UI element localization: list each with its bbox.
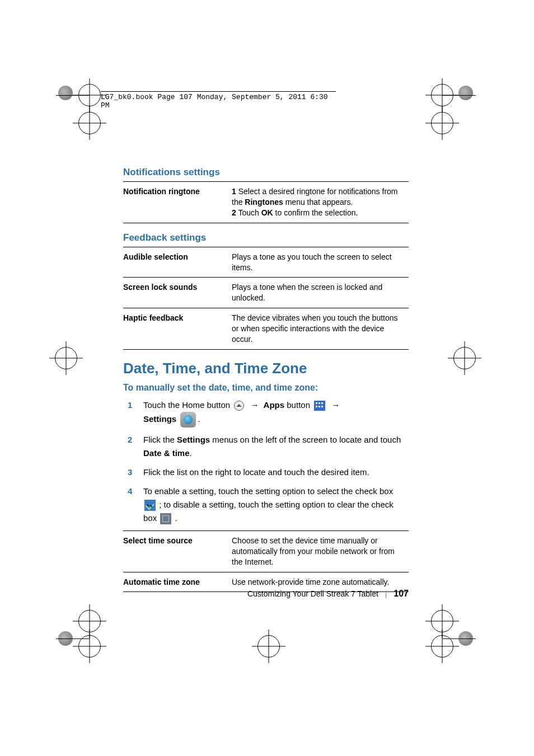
table-row: Notification ringtone 1 Select a desired… xyxy=(123,182,409,223)
text: . xyxy=(190,448,192,458)
footer-separator: | xyxy=(385,589,387,598)
registration-mark-icon xyxy=(73,630,106,663)
list-item: 4 To enable a setting, touch the setting… xyxy=(123,485,409,525)
checkbox-empty-icon xyxy=(160,513,171,524)
text: Touch xyxy=(236,208,261,217)
settings-icon xyxy=(180,412,196,428)
registration-mark-icon xyxy=(49,341,83,375)
crop-line xyxy=(442,638,476,639)
section-heading-notifications: Notifications settings xyxy=(123,167,409,178)
arrow-right-icon: → xyxy=(250,398,259,412)
feedback-table: Audible selection Plays a tone as you to… xyxy=(123,247,409,350)
list-item: 3 Flick the list on the right to locate … xyxy=(123,466,409,479)
text: menus on the left of the screen to locat… xyxy=(210,435,401,444)
text: to confirm the selection. xyxy=(273,208,358,217)
text: . xyxy=(198,414,200,424)
registration-mark-icon xyxy=(448,341,481,375)
row-label: Screen lock sounds xyxy=(123,278,232,308)
table-row: Audible selection Plays a tone as you to… xyxy=(123,247,409,278)
text: Touch the Home button xyxy=(143,400,232,410)
registration-mark-icon xyxy=(425,630,459,663)
row-desc: 1 Select a desired ringtone for notifica… xyxy=(232,182,409,223)
footer-section: Customizing Your Dell Streak 7 Tablet xyxy=(247,589,378,598)
text: Flick the xyxy=(143,435,177,444)
registration-mark-icon xyxy=(425,106,459,140)
row-label: Select time source xyxy=(123,530,232,572)
row-desc: Choose to set the device time manually o… xyxy=(232,530,409,572)
table-row: Screen lock sounds Plays a tone when the… xyxy=(123,278,409,308)
text: menu that appears. xyxy=(283,198,353,206)
step-number: 4 xyxy=(128,485,132,498)
page-number: 107 xyxy=(394,589,409,598)
step-number: 2 xyxy=(232,208,236,217)
section-heading-feedback: Feedback settings xyxy=(123,232,409,243)
step-number: 2 xyxy=(128,433,132,447)
steps-list: 1 Touch the Home button → Apps button → … xyxy=(123,398,409,525)
row-desc: Plays a tone when the screen is locked a… xyxy=(232,278,409,308)
registration-mark-icon xyxy=(252,630,285,663)
step-number: 1 xyxy=(232,187,236,196)
text: To enable a setting, touch the setting o… xyxy=(143,486,393,496)
table-row: Haptic feedback The device vibrates when… xyxy=(123,308,409,350)
corner-dot xyxy=(58,86,73,100)
list-item: 2 Flick the Settings menus on the left o… xyxy=(123,433,409,460)
bold-text: OK xyxy=(261,208,273,217)
text: . xyxy=(172,513,177,523)
bold-text: Apps xyxy=(264,400,285,410)
bold-text: Settings xyxy=(143,414,176,424)
bold-text: Date & time xyxy=(143,448,190,458)
text: ; to disable a setting, touch the settin… xyxy=(143,500,394,523)
notifications-table: Notification ringtone 1 Select a desired… xyxy=(123,181,409,223)
main-heading: Date, Time, and Time Zone xyxy=(123,360,409,377)
bold-text: Ringtones xyxy=(245,198,283,206)
row-label: Audible selection xyxy=(123,247,232,278)
row-label: Haptic feedback xyxy=(123,308,232,350)
text: Flick the list on the right to locate an… xyxy=(143,467,369,477)
text: button xyxy=(287,400,312,410)
page-footer: Customizing Your Dell Streak 7 Tablet | … xyxy=(123,589,409,599)
table-row: Select time source Choose to set the dev… xyxy=(123,530,409,572)
crop-line xyxy=(442,95,476,96)
checkbox-checked-icon xyxy=(144,500,156,511)
row-desc: The device vibrates when you touch the b… xyxy=(232,308,409,350)
step-number: 1 xyxy=(128,398,132,412)
row-desc: Plays a tone as you touch the screen to … xyxy=(232,247,409,278)
corner-dot xyxy=(458,86,473,100)
crop-line xyxy=(56,95,90,96)
crop-line xyxy=(56,638,90,639)
registration-mark-icon xyxy=(73,106,106,140)
arrow-right-icon: → xyxy=(331,398,340,412)
row-label: Notification ringtone xyxy=(123,182,232,223)
apps-icon xyxy=(314,401,325,411)
sub-heading: To manually set the date, time, and time… xyxy=(123,383,409,393)
time-table: Select time source Choose to set the dev… xyxy=(123,530,409,593)
bold-text: Settings xyxy=(177,435,210,444)
list-item: 1 Touch the Home button → Apps button → … xyxy=(123,398,409,428)
home-icon xyxy=(234,401,244,411)
step-number: 3 xyxy=(128,466,132,479)
page-file-header: LG7_bk0.book Page 107 Monday, September … xyxy=(101,91,336,110)
